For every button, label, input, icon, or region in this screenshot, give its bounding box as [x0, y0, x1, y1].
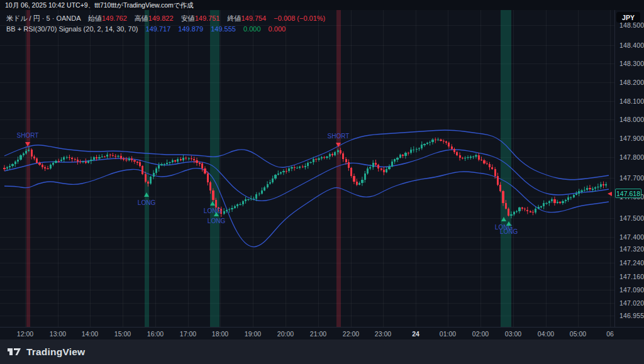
candle [475, 155, 477, 156]
tradingview-logo-icon[interactable] [8, 346, 21, 357]
candle [318, 158, 319, 160]
bb-lower-line [4, 168, 609, 247]
footer-bar: TradingView [0, 339, 644, 364]
candle [361, 180, 363, 184]
chart-canvas[interactable]: SHORTLONGLONGLONGSHORTLONGLONG [0, 10, 614, 327]
candle [551, 199, 553, 201]
candle [304, 166, 306, 167]
price-axis[interactable]: JPY 148.500148.400148.300148.200148.1001… [614, 10, 644, 327]
candle [315, 159, 317, 160]
candle [499, 185, 501, 191]
candle [535, 209, 536, 212]
candle [196, 160, 197, 163]
candle [155, 168, 157, 172]
price-axis-label: 147.320 [619, 245, 644, 253]
time-axis[interactable]: 12:0013:0014:0015:0016:0017:0018:0019:00… [0, 327, 644, 339]
candle [545, 203, 547, 204]
candle [309, 162, 311, 163]
candle [172, 160, 174, 162]
candle [90, 160, 92, 162]
interval-value: 5 [46, 14, 50, 22]
candle [136, 162, 138, 162]
candle [17, 160, 19, 162]
candle [410, 150, 412, 153]
price-axis-label: 147.900 [619, 135, 644, 142]
candle [483, 160, 485, 163]
signal-highlight-band [336, 10, 341, 327]
candle [597, 187, 599, 187]
price-axis-label: 147.160 [619, 273, 644, 280]
high-value: 149.822 [148, 14, 174, 22]
candle [573, 195, 575, 198]
candle [201, 163, 203, 168]
price-axis-label: 147.500 [619, 214, 644, 222]
candle [104, 157, 106, 157]
candle [120, 156, 122, 158]
candle [350, 168, 352, 176]
time-axis-label: 22:00 [343, 330, 359, 338]
candle [150, 177, 152, 184]
candle [494, 169, 496, 176]
candle [296, 168, 298, 168]
price-axis-label: 148.500 [619, 21, 644, 29]
candle [31, 150, 33, 157]
candle [553, 199, 555, 203]
price-axis-label: 147.400 [619, 233, 644, 241]
candle [423, 144, 425, 145]
candle [508, 209, 509, 216]
candle [486, 163, 488, 164]
indicator-legend-row[interactable]: BB + RSI(30/70) Signals (20, 2, 14, 30, … [6, 24, 325, 34]
candle [480, 160, 482, 160]
candle [63, 157, 65, 159]
signal-label: SHORT [17, 132, 39, 139]
time-axis-label: 16:00 [147, 330, 164, 338]
candle [489, 164, 491, 168]
candle [329, 154, 331, 157]
price-axis-label: 148.400 [619, 41, 644, 49]
candle [123, 158, 125, 160]
signal-up-value: 0.000 [243, 25, 261, 33]
candle [369, 167, 371, 168]
candle [215, 200, 217, 208]
candle [50, 165, 52, 168]
candle [223, 211, 225, 214]
chart-legend[interactable]: 米ドル / 円 · 5 · OANDA 始値149.762 高値149.822 … [6, 13, 325, 35]
symbol-legend-row[interactable]: 米ドル / 円 · 5 · OANDA 始値149.762 高値149.822 … [6, 13, 325, 23]
candle [578, 191, 580, 194]
candle [47, 168, 48, 169]
candle [445, 141, 447, 142]
candle [408, 153, 409, 153]
candle [128, 158, 130, 160]
candle [247, 199, 249, 200]
candle [231, 208, 233, 209]
candle [510, 214, 512, 216]
candle [158, 165, 160, 168]
candle [580, 190, 582, 191]
candle [42, 165, 43, 167]
candle [291, 167, 292, 168]
candle [443, 141, 445, 142]
candle [77, 160, 79, 162]
price-axis-label: 147.700 [619, 174, 644, 182]
candle [14, 162, 16, 164]
candle [532, 212, 534, 212]
time-axis-label: 13:00 [50, 330, 66, 338]
candle [429, 142, 431, 143]
candle [602, 184, 604, 185]
candle [125, 160, 127, 160]
candle [258, 194, 260, 194]
candle [36, 158, 38, 162]
bb-upper-line [4, 130, 609, 180]
chart-area[interactable]: SHORTLONGLONGLONGSHORTLONGLONG 米ドル / 円 ·… [0, 10, 614, 327]
candle [267, 184, 269, 188]
candle [375, 163, 377, 165]
candle [114, 156, 116, 157]
candle [456, 152, 458, 155]
candle [431, 140, 433, 142]
tradingview-chart-page: 10月 06, 2025 10:42 UTC+9、ttt710tttがTradi… [0, 0, 644, 364]
candle [530, 211, 531, 212]
candle [166, 163, 168, 164]
time-axis-label: 12:00 [17, 330, 33, 338]
tradingview-brand-text[interactable]: TradingView [26, 346, 85, 358]
candle [255, 194, 257, 199]
